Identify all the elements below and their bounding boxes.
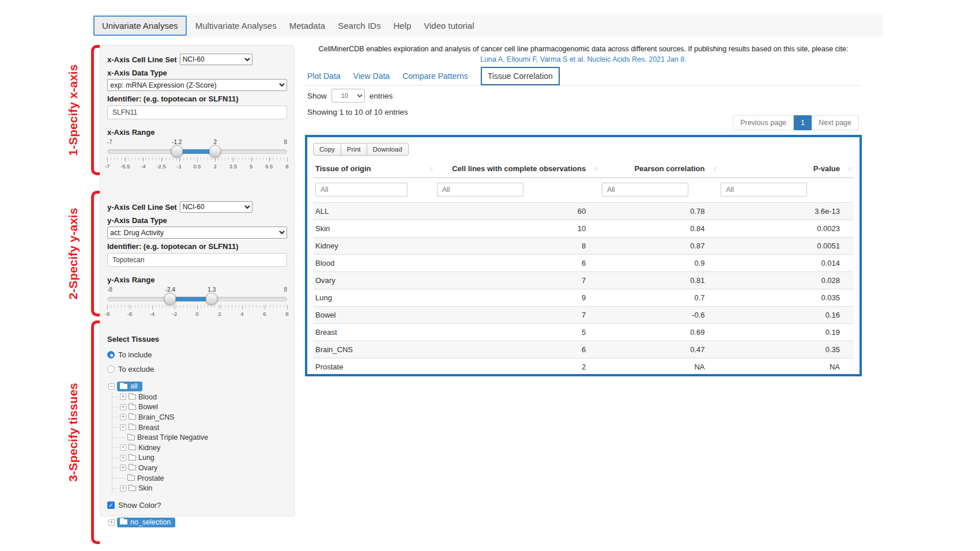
tree-node-bowel[interactable]: +Bowel (112, 402, 287, 413)
y-axis-cell-line-set-select[interactable]: NCI-60 (180, 201, 252, 213)
tree-connector (112, 467, 118, 468)
radio-to-include[interactable]: To include (107, 350, 287, 359)
tissue-cell: Skin (313, 220, 435, 237)
citation-link[interactable]: Luna A, Elloumi F, Varma S et al. Nuclei… (480, 55, 687, 63)
filter-input-pearson-correlation[interactable] (602, 183, 688, 197)
expand-icon[interactable]: + (120, 414, 126, 420)
pearson-cell: 0.84 (600, 220, 718, 237)
grid-tick (287, 157, 288, 162)
radio-include-label: To include (118, 350, 152, 359)
copy-button[interactable]: Copy (313, 143, 341, 156)
nav-tab-video-tutorial[interactable]: Video tutorial (417, 16, 480, 36)
tree-node-skin[interactable]: +Skin (112, 483, 287, 493)
expand-icon[interactable]: + (120, 455, 126, 461)
y-axis-identifier-label: Identifier: (e.g. topotecan or SLFN11) (107, 242, 287, 251)
pvalue-cell: 0.035 (718, 289, 854, 307)
x-axis-data-type-label: x-Axis Data Type (107, 69, 287, 77)
nav-tab-search-ids[interactable]: Search IDs (331, 16, 387, 36)
tree-node-ovary[interactable]: +Ovary (112, 463, 287, 473)
expand-icon[interactable]: + (120, 465, 126, 471)
tree-node-lung[interactable]: +Lung (112, 453, 287, 463)
tree-node-breast-triple-negative[interactable]: Breast Triple Negative (112, 432, 287, 443)
nav-tab-multivariate-analyses[interactable]: Multivariate Analyses (189, 16, 283, 36)
radio-exclude-icon (107, 365, 115, 373)
expand-icon[interactable]: + (120, 485, 126, 492)
y-axis-data-type-select[interactable]: act: Drug Activity (107, 227, 287, 239)
x-range-handle-to[interactable] (209, 145, 221, 157)
x-range-min-label: -7 (107, 139, 112, 145)
collapse-icon[interactable]: − (108, 383, 115, 390)
folder-icon (129, 465, 136, 470)
filter-input-p-value[interactable] (721, 183, 807, 197)
print-button[interactable]: Print (341, 143, 367, 156)
nav-tab-metadata[interactable]: Metadata (283, 16, 332, 36)
tab-plot-data[interactable]: Plot Data (307, 71, 341, 81)
grid-tick (220, 305, 220, 310)
next-page-button[interactable]: Next page (812, 115, 859, 130)
filter-cell (600, 178, 718, 203)
page-length-select[interactable]: 10 (331, 89, 365, 103)
x-axis-data-type-select[interactable]: exp: mRNA Expression (Z-Score) (107, 79, 287, 91)
count-cell: 7 (435, 272, 600, 289)
tree-node-blood[interactable]: +Blood (112, 392, 287, 402)
y-range-handle-from[interactable] (164, 293, 176, 305)
tissue-cell: Breast (313, 324, 435, 341)
top-navbar: Univariate AnalysesMultivariate Analyses… (91, 14, 883, 37)
filter-input-cell-lines-with-complete-observations[interactable] (437, 183, 523, 197)
y-range-handle-to[interactable] (206, 293, 218, 305)
tree-connector (112, 458, 118, 458)
tree-node-no-selection[interactable]: + no_selection (108, 518, 287, 527)
nav-tab-univariate-analyses[interactable]: Univariate Analyses (93, 16, 187, 36)
x-axis-cell-line-set-select[interactable]: NCI-60 (180, 54, 252, 65)
column-header-pearson-correlation[interactable]: Pearson correlation↓↑ (600, 161, 718, 178)
table-row-skin: Skin100.840.0023 (313, 220, 854, 237)
grid-tick-label: 3.5 (229, 163, 237, 169)
tissue-cell: Lung (313, 289, 435, 307)
x-range-handle-from[interactable] (171, 145, 183, 157)
tree-node-label: Brain_CNS (138, 413, 175, 421)
x-axis-identifier-input[interactable] (107, 105, 287, 119)
column-header-p-value[interactable]: P-value↓↑ (718, 161, 854, 178)
count-cell: 5 (435, 324, 600, 341)
current-page-button[interactable]: 1 (794, 115, 812, 130)
tissue-tree: − all +Blood+Bowel+Brain_CNS+BreastBreas… (107, 382, 287, 493)
grid-tick-label: 6 (263, 311, 266, 317)
grid-tick (197, 157, 198, 162)
tree-node-brain-cns[interactable]: +Brain_CNS (112, 412, 287, 422)
tree-connector (112, 407, 118, 407)
tree-node-breast[interactable]: +Breast (112, 422, 287, 433)
column-header-cell-lines-with-complete-observations[interactable]: Cell lines with complete observations↓↑ (435, 161, 600, 178)
tab-view-data[interactable]: View Data (353, 71, 390, 81)
show-color-checkbox-row[interactable]: ✓ Show Color? (107, 501, 287, 510)
expand-icon[interactable]: + (120, 424, 126, 431)
expand-icon[interactable]: + (120, 404, 126, 410)
pearson-cell: 0.69 (600, 324, 718, 341)
filter-input-tissue-of-origin[interactable] (315, 183, 408, 197)
pearson-cell: 0.47 (600, 341, 718, 358)
tree-node-kidney[interactable]: +Kidney (112, 443, 287, 453)
tab-compare-patterns[interactable]: Compare Patterns (402, 71, 468, 81)
folder-icon (129, 486, 136, 491)
expand-icon[interactable]: + (120, 394, 126, 400)
tree-node-all[interactable]: − all (108, 382, 287, 391)
grid-tick (152, 305, 153, 310)
y-axis-identifier-input[interactable] (107, 253, 287, 267)
x-range-grid: -7-5.5-4-2.5-10.523.556.58 (107, 157, 287, 170)
nav-tab-help[interactable]: Help (387, 16, 417, 36)
column-header-tissue-of-origin[interactable]: Tissue of origin↓↑ (313, 161, 435, 178)
radio-to-exclude[interactable]: To exclude (107, 365, 287, 373)
expand-icon[interactable]: + (120, 444, 126, 451)
y-range-min-label: -8 (107, 286, 112, 293)
x-axis-range-slider: -7 8 -1.2 2 -7-5.5-4-2.5-10.523.556.58 (107, 139, 287, 171)
grid-tick-label: 2 (218, 311, 221, 317)
tab-tissue-correlation[interactable]: Tissue Correlation (481, 67, 560, 85)
table-row-bowel: Bowel7-0.60.16 (313, 307, 854, 324)
download-button[interactable]: Download (367, 143, 409, 156)
radio-include-icon (107, 351, 115, 358)
tree-node-prostate[interactable]: Prostate (112, 473, 287, 484)
expand-icon[interactable]: + (108, 519, 115, 526)
checkbox-checked-icon: ✓ (107, 501, 115, 509)
previous-page-button[interactable]: Previous page (733, 115, 794, 130)
table-row-lung: Lung90.70.035 (313, 289, 854, 307)
folder-icon (129, 414, 136, 420)
